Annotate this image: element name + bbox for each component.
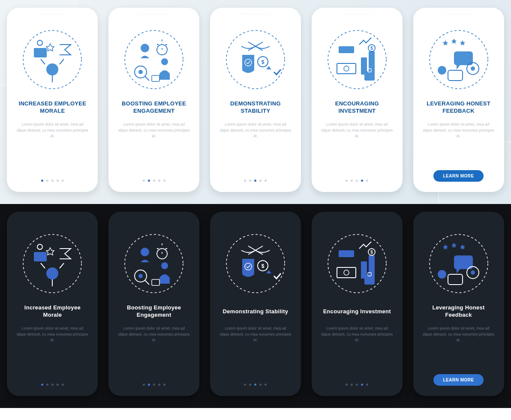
pagination-dot[interactable] [366,384,368,386]
pagination-dot[interactable] [62,180,64,182]
phone-notch [239,8,272,15]
phone-notch [442,8,475,15]
pagination-dot[interactable] [153,180,155,182]
pagination-dot[interactable] [51,180,54,182]
feedback-icon [427,231,491,296]
pagination-dot[interactable] [163,180,165,182]
phone-notch [36,212,69,219]
pagination-dot[interactable] [148,384,150,386]
pagination-dot[interactable] [265,180,267,182]
svg-rect-1 [34,48,47,57]
pagination-dot[interactable] [143,180,145,182]
pagination-dot[interactable] [46,384,48,386]
pagination-dot[interactable] [41,180,43,182]
pagination-dot[interactable] [158,384,160,386]
svg-point-12 [226,30,285,89]
pagination-dot[interactable] [254,180,256,182]
onboarding-slide[interactable]: $ Demonstrating StabilityLorem ipsum dol… [210,212,301,396]
engagement-icon [122,231,186,296]
pagination-dot[interactable] [57,180,59,182]
onboarding-slide[interactable]: Leveraging Honest FeedbackLorem ipsum do… [413,212,504,396]
svg-rect-24 [364,71,375,81]
pagination-dot[interactable] [51,384,54,386]
pagination-dot[interactable] [163,384,165,386]
pagination-dot[interactable] [361,384,363,386]
onboarding-slide[interactable]: Boosting Employee EngagementLorem ipsum … [108,212,199,396]
phone-notch [340,212,374,219]
investment-icon: $ [325,27,389,92]
onboarding-slide[interactable]: Increased Employee MoraleLorem ipsum dol… [7,212,98,396]
pagination-dots [346,180,368,184]
slide-description: Lorem ipsum dolor sit amet, mea ad idque… [114,122,193,139]
onboarding-dark-row: Increased Employee MoraleLorem ipsum dol… [0,204,511,408]
pagination-dot[interactable] [244,384,246,386]
slide-title: Encouraging Investment [321,304,394,319]
pagination-dots [143,180,165,184]
svg-point-33 [46,267,58,279]
pagination-dot[interactable] [249,384,251,386]
learn-more-button[interactable]: LEARN MORE [433,374,483,386]
slide-description: Lorem ipsum dolor sit amet, mea ad idque… [13,122,92,139]
onboarding-slide[interactable]: $ ENCOURAGING INVESTMENTLorem ipsum dolo… [312,8,403,192]
pagination-dot[interactable] [366,180,368,182]
pagination-dot[interactable] [351,384,353,386]
pagination-dot[interactable] [158,180,160,182]
svg-rect-55 [364,275,375,285]
pagination-dots [41,180,64,184]
investment-icon: $ [325,231,389,296]
learn-more-button[interactable]: LEARN MORE [433,170,483,182]
stability-icon: $ [223,231,288,296]
pagination-dot[interactable] [249,180,251,182]
pagination-dot[interactable] [351,180,353,182]
slide-title: INCREASED EMPLOYEE MORALE [13,100,92,115]
phone-notch [36,8,69,15]
slide-title: Leveraging Honest Feedback [419,304,498,319]
svg-rect-42 [152,279,159,285]
stability-icon: $ [223,27,288,92]
pagination-dot[interactable] [46,180,48,182]
pagination-dot[interactable] [244,180,246,182]
pagination-dot[interactable] [346,180,348,182]
slide-description: Lorem ipsum dolor sit amet, mea ad idque… [216,326,295,343]
pagination-dot[interactable] [356,180,358,182]
phone-notch [340,8,374,15]
pagination-dot[interactable] [254,384,256,386]
svg-rect-17 [339,46,354,53]
slide-description: Lorem ipsum dolor sit amet, mea ad idque… [419,326,498,343]
pagination-dot[interactable] [148,180,150,182]
pagination-dot[interactable] [259,384,262,386]
phone-notch [442,212,475,219]
pagination-dot[interactable] [57,384,59,386]
feedback-icon [427,27,491,92]
svg-rect-21 [369,51,375,75]
pagination-dot[interactable] [41,384,43,386]
slide-title: ENCOURAGING INVESTMENT [318,100,397,115]
pagination-dot[interactable] [265,384,267,386]
slide-title: Demonstrating Stability [220,304,291,319]
phone-notch [239,212,272,219]
onboarding-slide[interactable]: INCREASED EMPLOYEE MORALELorem ipsum dol… [7,8,98,192]
svg-rect-52 [369,255,375,279]
slide-title: DEMONSTRATING STABILITY [216,100,295,115]
svg-point-4 [37,40,42,45]
pagination-dot[interactable] [356,384,358,386]
pagination-dot[interactable] [62,384,64,386]
pagination-dot[interactable] [143,384,145,386]
slide-title: Increased Employee Morale [13,304,92,319]
svg-rect-11 [152,75,159,81]
onboarding-slide[interactable]: $ DEMONSTRATING STABILITYLorem ipsum dol… [210,8,301,192]
pagination-dot[interactable] [259,180,262,182]
svg-text:$: $ [370,46,373,51]
svg-point-43 [226,234,285,293]
slide-title: BOOSTING EMPLOYEE ENGAGEMENT [114,100,193,115]
pagination-dot[interactable] [153,384,155,386]
pagination-dot[interactable] [346,384,348,386]
pagination-dot[interactable] [361,180,363,182]
svg-point-16 [328,30,386,89]
svg-point-5 [125,30,183,89]
onboarding-slide[interactable]: $ Encouraging InvestmentLorem ipsum dolo… [312,212,403,396]
slide-description: Lorem ipsum dolor sit amet, mea ad idque… [318,122,397,139]
onboarding-slide[interactable]: BOOSTING EMPLOYEE ENGAGEMENTLorem ipsum … [108,8,199,192]
onboarding-slide[interactable]: LEVERAGING HONEST FEEDBACKLorem ipsum do… [413,8,504,192]
slide-description: Lorem ipsum dolor sit amet, mea ad idque… [114,326,193,343]
